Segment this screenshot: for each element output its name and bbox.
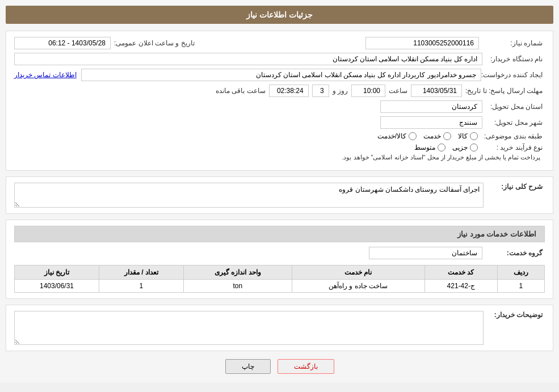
cell-unit: ton [183, 280, 292, 293]
category-radio-kala-khedmat[interactable] [409, 132, 417, 140]
page-title: جزئیات اطلاعات نیاز [6, 6, 553, 24]
deadline-remaining-label: ساعت باقی مانده [216, 87, 266, 95]
province-label: استان محل تحویل: [482, 103, 545, 111]
col-code: کد خدمت [424, 265, 497, 280]
deadline-days: 3 [312, 85, 329, 97]
cell-name: ساخت جاده و راه‌آهن [292, 280, 424, 293]
button-row: بازگشت چاپ [6, 359, 553, 374]
creator-label: ایجاد کننده درخواست: [481, 71, 545, 79]
city-value: سنندج [380, 116, 482, 129]
city-label: شهر محل تحویل: [482, 119, 545, 127]
service-group-label: گروه خدمت: [482, 249, 545, 257]
buyer-desc-textarea[interactable] [14, 311, 484, 345]
creator-value: جسرو خدامرادیور کاربردار اداره کل بنیاد … [81, 69, 481, 81]
cell-date: 1403/06/31 [15, 280, 99, 293]
table-row: 1ج-42-421ساخت جاده و راه‌آهنton11403/06/… [15, 280, 545, 293]
deadline-remaining: 02:38:24 [269, 85, 309, 97]
description-textarea[interactable]: اجرای آسفالت روستای داشکسان شهرستان قروه [14, 183, 484, 208]
deadline-time-label: ساعت [389, 87, 407, 95]
services-section-title: اطلاعات خدمات مورد نیاز [14, 226, 545, 242]
category-option-khedmat[interactable]: خدمت [423, 132, 451, 140]
purchase-type-label: نوع فرآیند خرید : [482, 144, 545, 151]
category-radio-kala[interactable] [470, 132, 478, 140]
col-unit: واحد اندازه گیری [183, 265, 292, 280]
col-name: نام خدمت [292, 265, 424, 280]
category-option-kala[interactable]: کالا [458, 132, 478, 140]
description-section-title: شرح کلی نیاز: [488, 183, 545, 191]
purchase-type-radio-motevaset[interactable] [438, 144, 445, 151]
cell-row: 1 [497, 280, 544, 293]
purchase-type-options: جزیی متوسط [414, 144, 478, 151]
category-label: طبقه بندی موضوعی: [482, 132, 545, 140]
contact-link[interactable]: اطلاعات تماس خریدار [14, 71, 77, 79]
col-radif: ردیف [497, 265, 544, 280]
category-radio-khedmat[interactable] [443, 132, 451, 140]
deadline-date: 1403/05/31 [411, 85, 462, 97]
deadline-label: مهلت ارسال پاسخ: تا تاریخ: [465, 87, 545, 95]
purchase-type-radio-jozi[interactable] [470, 144, 478, 151]
buyer-org-label: نام دستگاه خریدار: [482, 55, 545, 63]
buyer-org-value: اداره کل بنیاد مسکن انقلاب اسلامی استان … [14, 53, 482, 65]
deadline-days-label: روز و [333, 87, 348, 95]
buyer-desc-label: توضیحات خریدار: [488, 311, 545, 319]
purchase-note: پرداخت تمام یا بخشی از مبلغ خریدار از مح… [342, 154, 540, 161]
purchase-type-jozi[interactable]: جزیی [452, 144, 478, 151]
number-value: 1103005252000116 [365, 37, 479, 49]
category-options: کالا خدمت کالا/خدمت [377, 132, 478, 140]
print-button[interactable]: چاپ [225, 359, 271, 374]
col-date: تاریخ نیاز [15, 265, 99, 280]
col-qty: تعداد / مقدار [99, 265, 184, 280]
category-option-kala-khedmat[interactable]: کالا/خدمت [377, 132, 417, 140]
services-table: ردیف کد خدمت نام خدمت واحد اندازه گیری ت… [14, 265, 545, 293]
number-label: شماره نیاز: [482, 39, 545, 47]
cell-code: ج-42-421 [424, 280, 497, 293]
province-value: کردستان [380, 100, 482, 113]
purchase-type-motevaset[interactable]: متوسط [414, 144, 445, 151]
back-button[interactable]: بازگشت [278, 359, 334, 374]
date-value: 1403/05/28 - 06:12 [14, 37, 111, 49]
cell-qty: 1 [99, 280, 184, 293]
service-group-value: ساختمان [369, 247, 482, 259]
deadline-time: 10:00 [351, 85, 385, 97]
date-label: تاریخ و ساعت اعلان عمومی: [114, 39, 197, 47]
